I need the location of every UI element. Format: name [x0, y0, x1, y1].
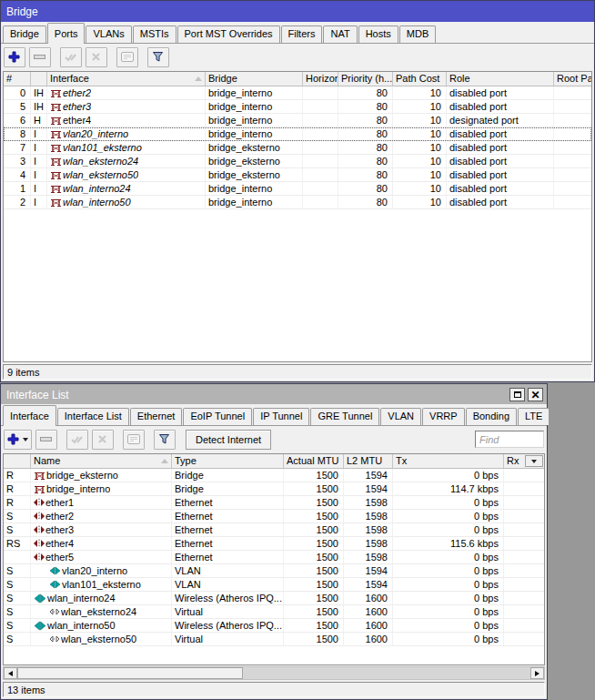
cell-root_path — [554, 100, 591, 113]
add-icon — [8, 51, 20, 63]
tab-vrrp[interactable]: VRRP — [422, 408, 465, 425]
table-row-bridge-eksterno[interactable]: Rbridge_eksternoBridge150015940 bps — [4, 469, 544, 482]
detect-internet-button[interactable]: Detect Internet — [186, 430, 271, 450]
table-row-wlan-eksterno24[interactable]: 3Iwlan_eksterno24bridge_eksterno8010disa… — [4, 155, 591, 168]
table-row-wlan-interno50[interactable]: Swlan_interno50Wireless (Atheros IPQ...1… — [4, 619, 544, 633]
add-button[interactable] — [4, 47, 25, 67]
tab-ethernet[interactable]: Ethernet — [130, 408, 183, 425]
comment-icon — [127, 434, 140, 444]
cell-flags: S — [4, 605, 31, 618]
table-row-vlan20-interno[interactable]: 8Ivlan20_internobridge_interno8010disabl… — [4, 127, 591, 141]
scrollbar-thumb[interactable] — [17, 667, 243, 679]
interface-name: bridge_eksterno — [46, 469, 118, 482]
comment-button[interactable] — [123, 430, 145, 450]
cell-l2_mtu: 1598 — [344, 551, 393, 563]
table-row-bridge-interno[interactable]: Rbridge_internoBridge15001594114.7 kbps — [4, 482, 544, 496]
column-header-blank[interactable]: # — [4, 72, 31, 86]
table-row-wlan-eksterno50[interactable]: 4Iwlan_eksterno50bridge_eksterno8010disa… — [4, 168, 591, 182]
close-button[interactable]: ✕ — [528, 388, 543, 401]
tab-lte[interactable]: LTE — [518, 408, 550, 425]
enable-button[interactable] — [66, 430, 88, 450]
tab-gre-tunnel[interactable]: GRE Tunnel — [310, 408, 379, 425]
maximize-button[interactable] — [509, 388, 525, 401]
table-row-ether3[interactable]: 5IHether3bridge_interno8010disabled port — [4, 100, 591, 114]
column-header-flags[interactable] — [31, 72, 47, 86]
tab-ip-tunnel[interactable]: IP Tunnel — [253, 408, 309, 425]
comment-button[interactable] — [116, 47, 138, 67]
cell-role: disabled port — [447, 127, 554, 140]
tab-nat[interactable]: NAT — [323, 25, 357, 43]
remove-button[interactable] — [35, 430, 57, 450]
column-select-button[interactable] — [525, 455, 543, 467]
column-header-interface[interactable]: Interface — [47, 72, 206, 86]
column-header-root-pat[interactable]: Root Pat... — [554, 72, 592, 86]
tab-port-mst-overrides[interactable]: Port MST Overrides — [177, 25, 280, 43]
cell-tx: 0 bps — [393, 551, 504, 563]
tab-eoip-tunnel[interactable]: EoIP Tunnel — [183, 408, 252, 425]
table-row-wlan-interno24[interactable]: 1Iwlan_interno24bridge_interno8010disabl… — [4, 182, 591, 196]
bridge-window-titlebar[interactable]: Bridge — [1, 1, 594, 22]
column-header-role[interactable]: Role — [447, 72, 554, 86]
cell-interface: wlan_eksterno24 — [47, 155, 206, 167]
table-row-ether1[interactable]: Rether1Ethernet150015980 bps — [4, 496, 544, 510]
column-header-type[interactable]: Type — [172, 454, 284, 468]
table-row-vlan20-interno[interactable]: Svlan20_internoVLAN150015940 bps — [4, 564, 544, 578]
table-row-vlan101-eksterno[interactable]: Svlan101_eksternoVLAN150015940 bps — [4, 578, 544, 592]
filter-button[interactable] — [154, 430, 176, 450]
remove-button[interactable] — [29, 47, 51, 67]
cell-flags: I — [31, 155, 47, 167]
tab-interface-list[interactable]: Interface List — [57, 408, 129, 425]
horizontal-scrollbar[interactable] — [3, 666, 545, 680]
cell-horizon — [303, 114, 338, 127]
interface-name: vlan101_eksterno — [63, 141, 142, 154]
column-header-path-cost[interactable]: Path Cost — [393, 72, 447, 86]
table-row-vlan101-eksterno[interactable]: 7Ivlan101_eksternobridge_eksterno8010dis… — [4, 141, 591, 155]
table-row-ether5[interactable]: ether5Ethernet150015980 bps — [4, 551, 544, 564]
bridge-icon — [34, 484, 45, 494]
scroll-left-button[interactable] — [4, 667, 17, 679]
table-row-ether3[interactable]: Sether3Ethernet150015980 bps — [4, 523, 544, 537]
column-header-horizon[interactable]: Horizon — [303, 72, 338, 86]
add-button[interactable] — [4, 430, 32, 450]
disable-button[interactable] — [86, 47, 107, 67]
ethernet-icon — [34, 539, 45, 548]
tab-hosts[interactable]: Hosts — [358, 25, 398, 43]
table-row-ether2[interactable]: Sether2Ethernet150015980 bps — [4, 510, 544, 523]
interface-name: bridge_interno — [46, 482, 110, 495]
table-row-wlan-interno24[interactable]: Swlan_interno24Wireless (Atheros IPQ...1… — [4, 592, 544, 605]
tab-bridge[interactable]: Bridge — [3, 25, 46, 43]
tab-interface[interactable]: Interface — [3, 405, 56, 426]
table-row-wlan-eksterno50[interactable]: Swlan_eksterno50Virtual150016000 bps — [4, 633, 544, 646]
scroll-right-button[interactable] — [530, 667, 544, 679]
cell-name: wlan_eksterno50 — [31, 633, 172, 645]
column-header-name[interactable]: Name — [31, 454, 172, 468]
column-header-priority-h[interactable]: Priority (h... — [338, 72, 393, 86]
column-header-tx[interactable]: Tx — [393, 454, 504, 468]
cell-root_path — [554, 86, 591, 99]
column-header-bridge[interactable]: Bridge — [206, 72, 303, 86]
enable-button[interactable] — [60, 47, 82, 67]
table-row-ether4[interactable]: RSether4Ethernet15001598115.6 kbps — [4, 537, 544, 551]
filter-button[interactable] — [147, 47, 169, 67]
tab-vlan[interactable]: VLAN — [380, 408, 421, 425]
table-row-ether2[interactable]: 0IHether2bridge_interno8010disabled port — [4, 86, 591, 100]
column-header-flags[interactable] — [4, 454, 31, 468]
cell-l2_mtu: 1598 — [344, 537, 393, 550]
cell-priority: 80 — [338, 196, 393, 208]
find-input[interactable] — [475, 431, 544, 448]
column-header-actual-mtu[interactable]: Actual MTU — [284, 454, 344, 468]
interface-list-titlebar[interactable]: Interface List ✕ — [1, 384, 547, 404]
column-header-l2-mtu[interactable]: L2 MTU — [344, 454, 393, 468]
cell-rx — [504, 551, 544, 563]
tab-ports[interactable]: Ports — [47, 23, 86, 44]
table-row-wlan-interno50[interactable]: 2Iwlan_interno50bridge_interno8010disabl… — [4, 196, 591, 209]
disable-button[interactable] — [92, 430, 114, 450]
tab-mdb[interactable]: MDB — [399, 25, 436, 43]
tab-vlans[interactable]: VLANs — [86, 25, 131, 43]
tab-mstis[interactable]: MSTIs — [133, 25, 176, 43]
tab-bonding[interactable]: Bonding — [466, 408, 517, 425]
wireless-icon — [34, 621, 46, 631]
table-row-ether4[interactable]: 6Hether4bridge_interno8010designated por… — [4, 114, 591, 127]
tab-filters[interactable]: Filters — [281, 25, 323, 43]
table-row-wlan-eksterno24[interactable]: Swlan_eksterno24Virtual150016000 bps — [4, 605, 544, 619]
